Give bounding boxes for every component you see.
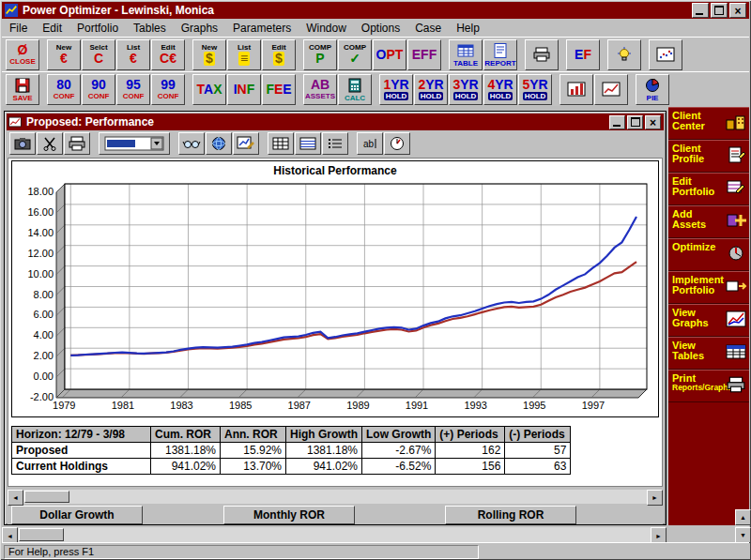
graph-horizontal-scrollbar[interactable]: ◄► [8,490,663,504]
list-case-button[interactable]: List€ [116,39,150,70]
asset-classes-button[interactable]: ABASSETS [303,74,337,105]
sidebar-item-optimize[interactable]: Optimize [668,238,749,271]
scroll-track[interactable] [18,527,651,542]
menu-item-options[interactable]: Options [354,21,407,36]
title-bar[interactable]: Power Optimizer - Lewinski, Monica [2,2,749,19]
menu-item-graphs[interactable]: Graphs [174,21,225,36]
list-portfolio-button[interactable]: List≡ [227,39,261,70]
menu-item-portfolio[interactable]: Portfolio [69,21,126,36]
line-graph-button[interactable] [594,74,628,105]
sidebar-item-label: Optimize [672,242,727,252]
close-button[interactable] [729,3,746,18]
show-grid-button[interactable] [268,132,294,155]
menu-item-help[interactable]: Help [449,21,487,36]
fees-button[interactable]: FEE [262,74,296,105]
child-title-bar[interactable]: Proposed: Performance [7,114,664,130]
svg-text:10.00: 10.00 [27,268,54,280]
zoom-graph-button[interactable] [178,132,205,155]
copy-graph-button[interactable] [9,132,36,155]
confidence-90-button[interactable]: 90CONF [82,74,115,105]
scroll-right-arrow[interactable]: ► [647,490,663,506]
menu-item-parameters[interactable]: Parameters [225,21,299,36]
child-restore-button[interactable] [627,115,643,129]
minimize-button[interactable] [692,3,709,18]
column-header: Horizon: 12/79 - 3/98 [12,427,151,443]
sidebar-item-client-profile[interactable]: Client Profile [668,140,749,173]
efficient-frontier-button[interactable]: EFF [407,39,441,70]
compare-results-button[interactable]: COMP✓ [338,39,372,70]
workspace-horizontal-scrollbar[interactable]: ◄► [2,527,667,542]
confidence-80-button[interactable]: 80CONF [47,74,81,105]
compare-portfolio-button[interactable]: COMPP [303,39,337,70]
child-window-icon [8,115,22,129]
view-table-button[interactable]: TABLE [449,39,483,70]
rolling-ror-button[interactable]: Rolling ROR [445,506,576,524]
scroll-thumb[interactable] [24,491,69,503]
efficient-frontier-graph-button[interactable]: EF [566,39,600,70]
new-case-button[interactable]: New€ [47,39,81,70]
menu-item-tables[interactable]: Tables [126,21,174,36]
graph-style-dropdown-button[interactable] [99,132,170,155]
scroll-thumb[interactable] [19,528,64,541]
confidence-99-button[interactable]: 99CONF [151,74,185,105]
new-portfolio-button[interactable]: New$ [192,39,226,70]
edit-case-button[interactable]: EditC€ [151,39,185,70]
print-graph-button[interactable] [64,132,90,155]
column-header: Low Growth [362,427,436,443]
scroll-track[interactable] [23,490,647,504]
shortcut-sidebar: Client CenterClient ProfileEdit Portfoli… [668,107,749,525]
calculator-button[interactable]: CALC [338,74,372,105]
menu-item-case[interactable]: Case [407,21,449,36]
print-button[interactable] [525,39,559,70]
menu-item-file[interactable]: File [2,21,35,36]
cut-graph-button[interactable] [37,132,63,155]
confidence-95-button[interactable]: 95CONF [116,74,150,105]
save-button[interactable]: SAVE [6,74,39,105]
sidebar-vertical-scrollbar[interactable]: ▲▼ [735,509,749,543]
sidebar-item-client-center[interactable]: Client Center [668,107,749,140]
taxes-button[interactable]: TAX [192,74,226,105]
gauge-tool-button[interactable] [384,132,410,155]
sidebar-item-implement-portfolio[interactable]: Implement Portfolio [668,271,749,304]
monthly-ror-button[interactable]: Monthly ROR [223,506,355,524]
close-button[interactable]: ØCLOSE [6,39,39,70]
child-close-button[interactable] [645,115,661,129]
view-report-button[interactable]: REPORT [483,39,517,70]
dollar-growth-button[interactable]: Dollar Growth [11,506,143,524]
scroll-left-arrow[interactable]: ◄ [8,490,23,506]
sidebar-item-label: View Tables [672,341,727,361]
sidebar-item-view-tables[interactable]: View Tables [668,337,749,370]
restore-button[interactable] [711,3,728,18]
scroll-down-arrow[interactable]: ▼ [735,527,751,543]
sidebar-item-edit-portfolio[interactable]: Edit Portfolio [668,173,749,205]
hold-2yr-button[interactable]: 2YRHOLD [414,74,448,105]
menu-item-window[interactable]: Window [299,21,354,36]
row-label: Proposed [12,443,151,459]
optimize-button[interactable]: OPT [373,39,406,70]
select-case-button[interactable]: SelctC [82,39,115,70]
sidebar-item-add-assets[interactable]: Add Assets [668,205,749,238]
edit-portfolio-button[interactable]: Edit$ [262,39,296,70]
hold-1yr-button[interactable]: 1YRHOLD [379,74,413,105]
hold-4yr-button[interactable]: 4YRHOLD [483,74,517,105]
edit-graph-button[interactable] [233,132,259,155]
inflation-button[interactable]: INF [227,74,261,105]
show-data-rows-button[interactable] [295,132,321,155]
child-minimize-button[interactable] [609,115,625,129]
hold-5yr-button[interactable]: 5YRHOLD [518,74,552,105]
menu-item-edit[interactable]: Edit [35,21,69,36]
rotate-3d-button[interactable] [206,132,232,155]
ideas-button[interactable] [607,39,641,70]
minimize-icon [613,125,621,127]
hold-3yr-button[interactable]: 3YRHOLD [449,74,483,105]
sidebar-item-print-reports-graphs[interactable]: PrintReports/Graphs [668,370,749,402]
scroll-track[interactable] [735,525,749,527]
scroll-up-arrow[interactable]: ▲ [735,509,751,525]
scatter-graph-button[interactable] [649,39,682,70]
bar-graph-button[interactable] [559,74,593,105]
show-legend-button[interactable] [322,132,348,155]
sidebar-item-view-graphs[interactable]: View Graphs [668,304,749,337]
show-labels-button[interactable]: ab [357,132,383,155]
table-blue-icon [456,42,475,59]
pie-graph-button[interactable]: PIE [636,74,669,105]
